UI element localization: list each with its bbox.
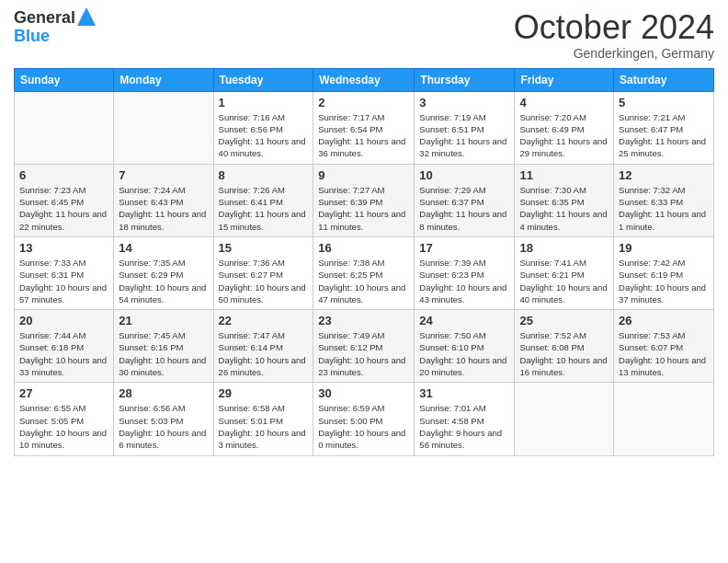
day-info: Sunrise: 7:39 AM Sunset: 6:23 PM Dayligh…	[419, 257, 509, 305]
calendar-cell: 17Sunrise: 7:39 AM Sunset: 6:23 PM Dayli…	[415, 236, 515, 309]
day-info: Sunrise: 7:41 AM Sunset: 6:21 PM Dayligh…	[519, 257, 609, 305]
day-info: Sunrise: 7:44 AM Sunset: 6:18 PM Dayligh…	[19, 329, 108, 378]
calendar-cell: 1Sunrise: 7:16 AM Sunset: 6:56 PM Daylig…	[213, 91, 313, 164]
calendar-week-row: 13Sunrise: 7:33 AM Sunset: 6:31 PM Dayli…	[15, 236, 714, 309]
day-number: 24	[419, 314, 509, 327]
calendar-cell: 13Sunrise: 7:33 AM Sunset: 6:31 PM Dayli…	[15, 236, 114, 309]
day-info: Sunrise: 7:52 AM Sunset: 6:08 PM Dayligh…	[519, 329, 609, 378]
day-number: 20	[19, 314, 108, 327]
calendar-cell: 14Sunrise: 7:35 AM Sunset: 6:29 PM Dayli…	[114, 236, 213, 309]
day-number: 25	[519, 314, 609, 327]
header: General Blue October 2024 Genderkingen, …	[14, 9, 714, 61]
calendar-cell: 19Sunrise: 7:42 AM Sunset: 6:19 PM Dayli…	[614, 236, 714, 309]
day-info: Sunrise: 7:49 AM Sunset: 6:12 PM Dayligh…	[318, 329, 409, 378]
calendar-cell: 4Sunrise: 7:20 AM Sunset: 6:49 PM Daylig…	[515, 91, 614, 164]
calendar-cell: 28Sunrise: 6:56 AM Sunset: 5:03 PM Dayli…	[114, 383, 213, 455]
day-info: Sunrise: 7:42 AM Sunset: 6:19 PM Dayligh…	[619, 257, 709, 305]
calendar-cell	[15, 91, 114, 164]
day-number: 17	[419, 241, 509, 255]
day-info: Sunrise: 7:35 AM Sunset: 6:29 PM Dayligh…	[119, 257, 208, 305]
calendar-week-row: 6Sunrise: 7:23 AM Sunset: 6:45 PM Daylig…	[15, 164, 714, 236]
day-info: Sunrise: 7:01 AM Sunset: 4:58 PM Dayligh…	[419, 402, 509, 451]
header-monday: Monday	[114, 68, 213, 91]
day-info: Sunrise: 6:55 AM Sunset: 5:05 PM Dayligh…	[19, 402, 108, 451]
day-number: 8	[219, 168, 309, 182]
header-friday: Friday	[515, 68, 614, 91]
day-number: 21	[119, 314, 208, 327]
day-number: 5	[619, 96, 709, 109]
logo: General Blue	[14, 9, 96, 46]
day-info: Sunrise: 7:45 AM Sunset: 6:16 PM Dayligh…	[119, 329, 208, 378]
day-info: Sunrise: 6:56 AM Sunset: 5:03 PM Dayligh…	[119, 402, 208, 451]
calendar-cell	[614, 383, 714, 455]
calendar-week-row: 27Sunrise: 6:55 AM Sunset: 5:05 PM Dayli…	[15, 383, 714, 455]
calendar-cell: 18Sunrise: 7:41 AM Sunset: 6:21 PM Dayli…	[515, 236, 614, 309]
day-info: Sunrise: 7:33 AM Sunset: 6:31 PM Dayligh…	[19, 257, 108, 305]
calendar-week-row: 20Sunrise: 7:44 AM Sunset: 6:18 PM Dayli…	[15, 310, 714, 383]
calendar-cell: 21Sunrise: 7:45 AM Sunset: 6:16 PM Dayli…	[114, 310, 213, 383]
calendar-cell: 6Sunrise: 7:23 AM Sunset: 6:45 PM Daylig…	[15, 164, 114, 236]
day-number: 22	[219, 314, 309, 327]
calendar: Sunday Monday Tuesday Wednesday Thursday…	[14, 68, 714, 456]
calendar-cell: 16Sunrise: 7:38 AM Sunset: 6:25 PM Dayli…	[313, 236, 415, 309]
header-thursday: Thursday	[415, 68, 515, 91]
day-number: 30	[318, 386, 409, 400]
calendar-cell: 29Sunrise: 6:58 AM Sunset: 5:01 PM Dayli…	[213, 383, 313, 455]
calendar-cell: 10Sunrise: 7:29 AM Sunset: 6:37 PM Dayli…	[415, 164, 515, 236]
day-info: Sunrise: 7:38 AM Sunset: 6:25 PM Dayligh…	[318, 257, 409, 305]
header-tuesday: Tuesday	[213, 68, 313, 91]
calendar-week-row: 1Sunrise: 7:16 AM Sunset: 6:56 PM Daylig…	[15, 91, 714, 164]
day-info: Sunrise: 7:26 AM Sunset: 6:41 PM Dayligh…	[219, 184, 309, 233]
day-number: 13	[19, 241, 108, 255]
day-number: 7	[119, 168, 208, 182]
day-number: 2	[318, 96, 409, 109]
logo-text-line2: Blue	[14, 28, 96, 46]
day-number: 29	[219, 386, 309, 400]
calendar-cell: 20Sunrise: 7:44 AM Sunset: 6:18 PM Dayli…	[15, 310, 114, 383]
calendar-cell: 7Sunrise: 7:24 AM Sunset: 6:43 PM Daylig…	[114, 164, 213, 236]
day-info: Sunrise: 6:58 AM Sunset: 5:01 PM Dayligh…	[219, 402, 309, 451]
day-number: 12	[619, 168, 709, 182]
calendar-cell: 8Sunrise: 7:26 AM Sunset: 6:41 PM Daylig…	[213, 164, 313, 236]
day-info: Sunrise: 7:50 AM Sunset: 6:10 PM Dayligh…	[419, 329, 509, 378]
day-info: Sunrise: 7:24 AM Sunset: 6:43 PM Dayligh…	[119, 184, 208, 233]
day-info: Sunrise: 6:59 AM Sunset: 5:00 PM Dayligh…	[318, 402, 409, 451]
day-number: 6	[19, 168, 108, 182]
day-info: Sunrise: 7:30 AM Sunset: 6:35 PM Dayligh…	[519, 184, 609, 233]
month-title: October 2024	[514, 9, 714, 46]
calendar-cell: 30Sunrise: 6:59 AM Sunset: 5:00 PM Dayli…	[313, 383, 415, 455]
day-number: 28	[119, 386, 208, 400]
day-info: Sunrise: 7:32 AM Sunset: 6:33 PM Dayligh…	[619, 184, 709, 233]
header-sunday: Sunday	[15, 68, 114, 91]
calendar-cell: 11Sunrise: 7:30 AM Sunset: 6:35 PM Dayli…	[515, 164, 614, 236]
calendar-cell: 3Sunrise: 7:19 AM Sunset: 6:51 PM Daylig…	[415, 91, 515, 164]
calendar-cell: 27Sunrise: 6:55 AM Sunset: 5:05 PM Dayli…	[15, 383, 114, 455]
day-info: Sunrise: 7:47 AM Sunset: 6:14 PM Dayligh…	[219, 329, 309, 378]
day-number: 26	[619, 314, 709, 327]
day-number: 4	[519, 96, 609, 109]
day-number: 23	[318, 314, 409, 327]
calendar-cell	[114, 91, 213, 164]
logo-icon	[77, 7, 96, 26]
svg-marker-0	[77, 7, 96, 26]
page: General Blue October 2024 Genderkingen, …	[0, 0, 728, 563]
day-number: 31	[419, 386, 509, 400]
calendar-cell: 9Sunrise: 7:27 AM Sunset: 6:39 PM Daylig…	[313, 164, 415, 236]
day-info: Sunrise: 7:27 AM Sunset: 6:39 PM Dayligh…	[318, 184, 409, 233]
calendar-cell: 22Sunrise: 7:47 AM Sunset: 6:14 PM Dayli…	[213, 310, 313, 383]
calendar-cell: 12Sunrise: 7:32 AM Sunset: 6:33 PM Dayli…	[614, 164, 714, 236]
day-number: 11	[519, 168, 609, 182]
day-info: Sunrise: 7:53 AM Sunset: 6:07 PM Dayligh…	[619, 329, 709, 378]
day-number: 9	[318, 168, 409, 182]
day-number: 1	[219, 96, 309, 109]
calendar-cell: 15Sunrise: 7:36 AM Sunset: 6:27 PM Dayli…	[213, 236, 313, 309]
day-number: 18	[519, 241, 609, 255]
calendar-cell	[515, 383, 614, 455]
day-info: Sunrise: 7:19 AM Sunset: 6:51 PM Dayligh…	[419, 111, 509, 160]
day-number: 3	[419, 96, 509, 109]
calendar-cell: 24Sunrise: 7:50 AM Sunset: 6:10 PM Dayli…	[415, 310, 515, 383]
day-number: 19	[619, 241, 709, 255]
calendar-cell: 31Sunrise: 7:01 AM Sunset: 4:58 PM Dayli…	[415, 383, 515, 455]
day-number: 14	[119, 241, 208, 255]
day-info: Sunrise: 7:17 AM Sunset: 6:54 PM Dayligh…	[318, 111, 409, 160]
